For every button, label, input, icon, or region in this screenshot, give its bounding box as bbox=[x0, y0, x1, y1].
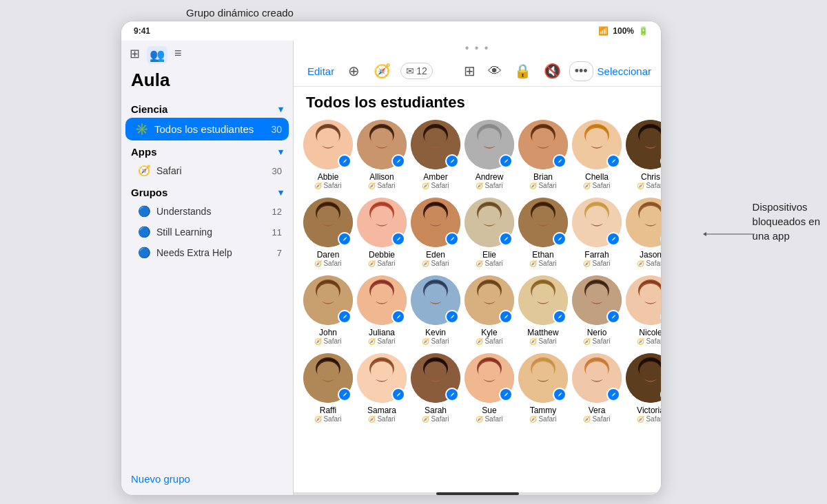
group-count: 12 bbox=[272, 207, 282, 217]
compass-icon[interactable]: 🧭 bbox=[369, 60, 395, 82]
avatar-wrap bbox=[626, 120, 661, 169]
people-icon[interactable]: 👥 bbox=[147, 46, 167, 64]
student-cell[interactable]: Sarah 🧭Safari bbox=[411, 353, 460, 423]
app-icon: 🧭 bbox=[583, 260, 591, 267]
grupos-section-header[interactable]: Grupos ▾ bbox=[121, 181, 293, 201]
safari-badge-icon bbox=[553, 388, 566, 401]
student-cell[interactable]: Chella 🧭Safari bbox=[572, 120, 622, 189]
apps-section-header[interactable]: Apps ▾ bbox=[121, 140, 293, 160]
student-cell[interactable]: Abbie 🧭Safari bbox=[303, 120, 353, 189]
mute-icon[interactable]: 🔇 bbox=[540, 60, 565, 82]
student-cell[interactable]: Vera 🧭Safari bbox=[572, 353, 622, 423]
student-cell[interactable]: Allison 🧭Safari bbox=[357, 120, 407, 189]
grid-icon[interactable]: ⊞ bbox=[460, 60, 480, 82]
avatar-wrap bbox=[626, 275, 661, 325]
svg-point-137 bbox=[317, 284, 339, 303]
safari-badge-icon bbox=[499, 154, 513, 168]
section-title-bar: Todos los estudiantes bbox=[294, 87, 661, 116]
avatar-wrap bbox=[411, 198, 460, 247]
student-app: 🧭Safari bbox=[583, 337, 610, 345]
student-cell[interactable]: Nicole 🧭Safari bbox=[626, 275, 661, 345]
student-name: Allison bbox=[369, 172, 394, 182]
layers-icon[interactable]: ⊕ bbox=[344, 60, 364, 82]
eye-slash-icon[interactable]: 👁 bbox=[484, 61, 506, 82]
safari-icon: 🧭 bbox=[138, 165, 151, 177]
student-cell[interactable]: Kyle 🧭Safari bbox=[464, 275, 514, 345]
student-cell[interactable]: Samara 🧭Safari bbox=[357, 353, 407, 423]
student-cell[interactable]: Brian 🧭Safari bbox=[518, 120, 568, 189]
student-cell[interactable]: Eden 🧭Safari bbox=[411, 198, 460, 267]
avatar-wrap bbox=[357, 353, 407, 403]
student-cell[interactable]: Farrah 🧭Safari bbox=[572, 198, 622, 267]
messages-badge[interactable]: ✉ 12 bbox=[400, 63, 433, 79]
student-cell[interactable]: Sue 🧭Safari bbox=[464, 353, 514, 423]
group-item[interactable]: 🔵 Still Learning 11 bbox=[125, 222, 289, 242]
group-dot-icon: 🔵 bbox=[138, 246, 151, 259]
student-cell[interactable]: Daren 🧭Safari bbox=[303, 198, 353, 267]
student-cell[interactable]: Elie 🧭Safari bbox=[464, 198, 514, 267]
editar-button[interactable]: Editar bbox=[303, 63, 338, 80]
student-grid: Abbie 🧭Safari Allison 🧭Safari bbox=[303, 120, 651, 423]
safari-item[interactable]: 🧭 Safari 30 bbox=[125, 160, 289, 181]
avatar-wrap bbox=[411, 275, 460, 325]
student-grid-container[interactable]: Abbie 🧭Safari Allison 🧭Safari bbox=[294, 116, 661, 492]
app-icon: 🧭 bbox=[422, 416, 429, 423]
avatar-wrap bbox=[411, 120, 460, 169]
seleccionar-button[interactable]: Seleccionar bbox=[598, 65, 651, 77]
student-cell[interactable]: Kevin 🧭Safari bbox=[411, 275, 460, 345]
student-name: Raffi bbox=[320, 406, 336, 415]
todos-los-estudiantes-item[interactable]: ✳️ Todos los estudiantes 30 bbox=[125, 118, 289, 140]
svg-marker-3 bbox=[703, 232, 706, 236]
avatar-wrap bbox=[357, 275, 407, 325]
sidebar-toggle-icon[interactable]: ⊞ bbox=[130, 46, 140, 64]
app-icon: 🧭 bbox=[637, 260, 644, 267]
safari-badge-icon bbox=[445, 388, 459, 401]
safari-badge-icon bbox=[499, 388, 513, 401]
ciencia-section-header[interactable]: Ciencia ▾ bbox=[121, 98, 293, 118]
avatar-wrap bbox=[518, 353, 568, 403]
toolbar-right: ⊞ 👁 🔒 🔇 ••• Seleccionar bbox=[460, 60, 651, 82]
student-cell[interactable]: Tammy 🧭Safari bbox=[518, 353, 568, 423]
student-cell[interactable]: Amber 🧭Safari bbox=[411, 120, 460, 189]
safari-badge-icon bbox=[553, 310, 566, 324]
student-cell[interactable]: Raffi 🧭Safari bbox=[303, 353, 353, 423]
safari-badge-icon bbox=[606, 154, 620, 168]
student-cell[interactable]: Andrew 🧭Safari bbox=[464, 120, 514, 189]
student-cell[interactable]: John 🧭Safari bbox=[303, 275, 353, 345]
list-icon[interactable]: ≡ bbox=[174, 46, 182, 64]
student-app: 🧭Safari bbox=[476, 415, 502, 423]
avatar-wrap bbox=[572, 353, 622, 403]
student-name: Elie bbox=[482, 250, 496, 260]
avatar-wrap bbox=[464, 353, 514, 403]
avatar-wrap bbox=[303, 353, 353, 403]
sidebar-icons: ⊞ 👥 ≡ bbox=[130, 46, 182, 64]
svg-point-236 bbox=[532, 361, 554, 381]
student-cell[interactable]: Victoria 🧭Safari bbox=[626, 353, 661, 423]
student-cell[interactable]: Matthew 🧭Safari bbox=[518, 275, 568, 345]
student-app: 🧭Safari bbox=[422, 337, 449, 345]
student-cell[interactable]: Nerio 🧭Safari bbox=[572, 275, 622, 345]
wifi-icon: 📶 bbox=[598, 26, 609, 36]
student-cell[interactable]: Jason 🧭Safari bbox=[626, 198, 661, 267]
app-icon: 🧭 bbox=[422, 182, 429, 189]
aula-title: Aula bbox=[121, 67, 293, 98]
svg-point-182 bbox=[586, 284, 608, 303]
safari-label: Safari bbox=[156, 165, 182, 176]
lock-icon[interactable]: 🔒 bbox=[510, 60, 535, 82]
student-name: Samara bbox=[367, 406, 396, 415]
group-item[interactable]: 🔵 Understands 12 bbox=[125, 201, 289, 222]
sidebar-top-bar: ⊞ 👥 ≡ bbox=[121, 41, 293, 67]
student-cell[interactable]: Debbie 🧭Safari bbox=[357, 198, 407, 267]
student-cell[interactable]: Juliana 🧭Safari bbox=[357, 275, 407, 345]
app-icon: 🧭 bbox=[368, 182, 376, 189]
more-options-button[interactable]: ••• bbox=[569, 61, 593, 81]
student-app: 🧭Safari bbox=[314, 260, 341, 267]
todos-label: Todos los estudiantes bbox=[154, 123, 254, 135]
svg-point-11 bbox=[317, 128, 339, 147]
avatar bbox=[626, 120, 661, 169]
group-item[interactable]: 🔵 Needs Extra Help 7 bbox=[125, 242, 289, 263]
nuevo-grupo-button[interactable]: Nuevo grupo bbox=[131, 473, 190, 485]
student-cell[interactable]: Ethan 🧭Safari bbox=[518, 198, 568, 267]
student-name: Amber bbox=[423, 172, 447, 182]
student-cell[interactable]: Chris 🧭Safari bbox=[626, 120, 661, 189]
